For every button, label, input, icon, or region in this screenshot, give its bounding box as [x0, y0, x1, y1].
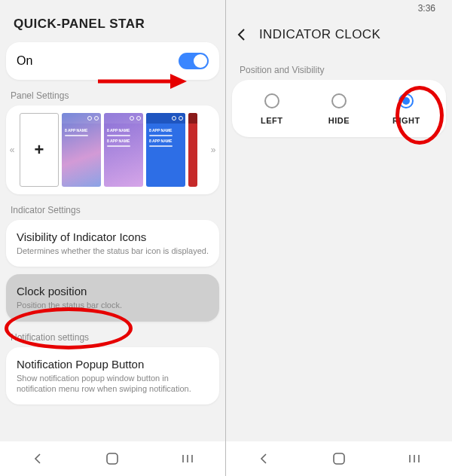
panel-previews: « + 8 APP NAME 8 APP NAME8 APP NAME 8 AP… [6, 105, 219, 194]
master-toggle[interactable] [179, 53, 209, 69]
item-title: Visibility of Indicator Icons [17, 230, 209, 243]
chevron-right-icon[interactable]: » [207, 145, 219, 155]
section-position-visibility: Position and Visibility [232, 57, 446, 80]
option-hide[interactable]: HIDE [313, 93, 365, 125]
panel-preview[interactable]: 8 APP NAME8 APP NAME [104, 113, 143, 187]
chevron-left-icon[interactable]: « [6, 145, 18, 155]
radio-icon [399, 93, 414, 108]
option-left[interactable]: LEFT [246, 93, 298, 125]
option-label: RIGHT [392, 116, 420, 125]
home-icon[interactable] [104, 450, 121, 467]
panel-preview[interactable]: 8 APP NAME8 APP NAME [146, 113, 185, 187]
master-toggle-row[interactable]: On [6, 42, 219, 80]
add-panel-button[interactable]: + [20, 113, 59, 187]
item-subtitle: Show notification popup window button in… [17, 373, 209, 395]
panel-preview[interactable]: 8 APP NAME [62, 113, 101, 187]
page-title-right: INDICATOR CLOCK [259, 27, 380, 42]
radio-icon [331, 93, 347, 108]
position-radio-group: LEFT HIDE RIGHT [232, 80, 446, 137]
android-nav-bar [0, 441, 225, 476]
item-title: Clock position [17, 285, 209, 298]
section-notification-settings: Notification settings [6, 325, 219, 347]
item-subtitle: Position the status bar clock. [17, 300, 209, 310]
home-icon[interactable] [331, 450, 347, 467]
svg-rect-2 [107, 453, 118, 464]
panel-preview[interactable] [188, 113, 197, 187]
radio-icon [264, 93, 279, 108]
section-indicator-settings: Indicator Settings [6, 197, 219, 220]
toggle-label: On [17, 54, 32, 68]
recents-icon[interactable] [179, 450, 196, 467]
back-icon[interactable] [255, 450, 272, 467]
recents-icon[interactable] [406, 450, 423, 467]
item-title: Notification Popup Button [17, 358, 209, 371]
clock-position[interactable]: Clock position Position the status bar c… [6, 274, 219, 321]
option-label: HIDE [328, 116, 350, 125]
status-clock: 3:36 [418, 3, 435, 14]
option-label: LEFT [261, 116, 283, 125]
status-bar: 3:36 [232, 0, 446, 17]
visibility-of-indicator-icons[interactable]: Visibility of Indicator Icons Determines… [6, 220, 219, 267]
item-subtitle: Determines whether the status bar icon i… [17, 246, 209, 256]
back-icon[interactable] [235, 28, 249, 41]
page-title-left: QUICK-PANEL STAR [6, 0, 219, 42]
section-panel-settings: Panel Settings [6, 83, 219, 105]
svg-rect-6 [334, 453, 344, 464]
android-nav-bar [226, 441, 452, 476]
option-right[interactable]: RIGHT [380, 93, 432, 125]
notification-popup-button[interactable]: Notification Popup Button Show notificat… [6, 347, 219, 405]
back-icon[interactable] [29, 450, 46, 467]
